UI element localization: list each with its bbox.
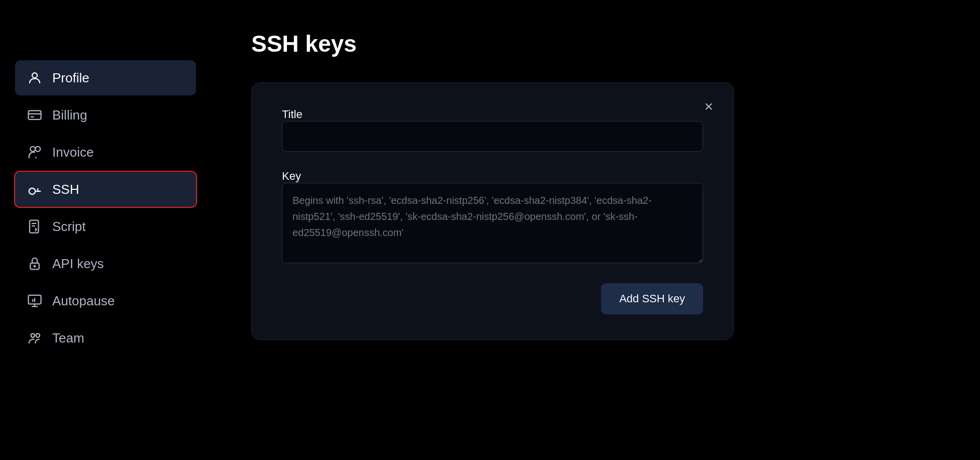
sidebar-label-script: Script (52, 219, 85, 235)
sidebar-item-autopause[interactable]: Autopause (15, 283, 196, 318)
sidebar-item-team[interactable]: Team (15, 320, 196, 356)
team-icon (26, 329, 43, 347)
sidebar-item-invoice[interactable]: Invoice (15, 135, 196, 170)
title-input[interactable] (282, 121, 703, 152)
svg-rect-1 (29, 110, 41, 120)
sidebar-label-api-keys: API keys (52, 256, 104, 272)
svg-point-4 (30, 147, 35, 152)
svg-point-9 (34, 266, 36, 267)
svg-point-13 (31, 333, 35, 337)
main-content: SSH keys × Title Key Add SSH key (211, 0, 980, 460)
ssh-keys-card: × Title Key Add SSH key (251, 82, 734, 340)
sidebar-label-profile: Profile (52, 70, 89, 86)
sidebar-item-script[interactable]: Script (15, 209, 196, 244)
svg-point-5 (35, 147, 40, 152)
svg-point-14 (36, 333, 40, 337)
close-button[interactable]: × (700, 97, 717, 116)
sidebar-label-ssh: SSH (52, 182, 79, 197)
user-icon (26, 69, 43, 86)
script-icon (26, 218, 43, 235)
sidebar-item-billing[interactable]: Billing (15, 97, 196, 133)
sidebar: Profile Billing Invoice (0, 0, 211, 460)
key-label: Key (282, 170, 301, 182)
sidebar-label-team: Team (52, 330, 84, 346)
lock-icon (26, 255, 43, 272)
svg-point-0 (32, 73, 37, 78)
sidebar-label-autopause: Autopause (52, 293, 115, 309)
key-icon (26, 181, 43, 198)
key-textarea[interactable] (282, 183, 703, 263)
add-ssh-key-button[interactable]: Add SSH key (601, 283, 703, 314)
invoice-icon (26, 144, 43, 161)
sidebar-item-api-keys[interactable]: API keys (15, 246, 196, 281)
sidebar-item-profile[interactable]: Profile (15, 60, 196, 95)
sidebar-label-invoice: Invoice (52, 145, 93, 160)
billing-icon (26, 106, 43, 124)
svg-point-6 (29, 188, 36, 195)
monitor-icon (26, 292, 43, 309)
sidebar-item-ssh[interactable]: SSH (15, 172, 196, 207)
svg-rect-7 (30, 220, 39, 233)
page-title: SSH keys (251, 30, 940, 57)
title-label: Title (282, 108, 303, 121)
sidebar-label-billing: Billing (52, 107, 87, 123)
card-footer: Add SSH key (282, 283, 703, 314)
